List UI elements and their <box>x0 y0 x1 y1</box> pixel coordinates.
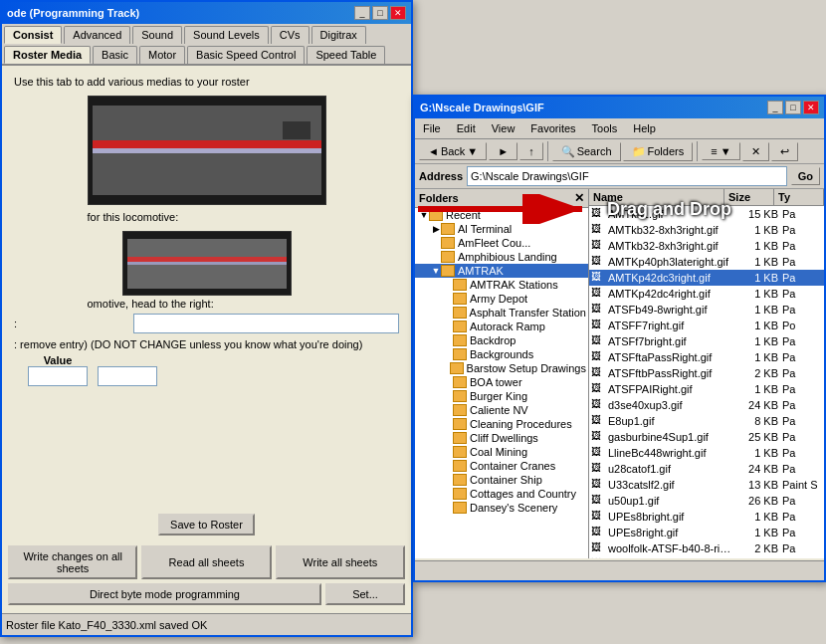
tab-speed-table[interactable]: Speed Table <box>307 46 385 64</box>
file-row[interactable]: 🖼U33catslf2.gif13 KBPaint S <box>589 477 824 493</box>
folder-icon <box>453 460 467 472</box>
folder-item[interactable]: Asphalt Transfer Station <box>415 306 588 320</box>
file-size: 1 KB <box>732 335 782 347</box>
file-row[interactable]: 🖼ATSFF7right.gif1 KBPo <box>589 318 824 333</box>
file-close-button[interactable]: ✕ <box>803 101 819 114</box>
folder-item[interactable]: Autorack Ramp <box>415 320 588 333</box>
toolbar-btn-undo[interactable]: ↩ <box>771 142 798 161</box>
prog-maximize-button[interactable]: □ <box>372 6 388 20</box>
file-row[interactable]: 🖼ATSFftaPassRight.gif1 KBPa <box>589 349 824 365</box>
folder-item[interactable]: ▶ Al Terminal <box>415 222 588 236</box>
menu-favorites[interactable]: Favorites <box>522 120 583 136</box>
menu-view[interactable]: View <box>484 120 523 136</box>
tab-sound-levels[interactable]: Sound Levels <box>184 26 269 44</box>
file-icon: 🖼 <box>591 319 605 332</box>
tab-basic[interactable]: Basic <box>93 46 137 64</box>
file-row[interactable]: 🖼AMTKp42dc4right.gif1 KBPa <box>589 286 824 302</box>
menu-help[interactable]: Help <box>625 120 664 136</box>
file-row[interactable]: 🖼ATSFb49-8wright.gif1 KBPa <box>589 302 824 318</box>
tab-cvs[interactable]: CVs <box>271 26 310 44</box>
file-row[interactable]: 🖼woolfolk-ATSF-b40-8wright-1...2 KBPa <box>589 556 824 558</box>
search-button[interactable]: 🔍 Search <box>552 142 621 161</box>
set-button[interactable]: Set... <box>325 583 405 605</box>
folder-item[interactable]: Container Cranes <box>415 459 588 473</box>
folder-item[interactable]: Caliente NV <box>415 403 588 417</box>
tab-consist[interactable]: Consist <box>4 26 62 44</box>
tab-roster-media[interactable]: Roster Media <box>4 46 91 64</box>
folder-item[interactable]: Cottages and Country <box>415 487 588 501</box>
folder-item[interactable]: Container Ship <box>415 473 588 487</box>
file-row[interactable]: 🖼UPEs8right.gif1 KBPa <box>589 525 824 540</box>
folder-item[interactable]: AMTRAK Stations <box>415 278 588 292</box>
write-changes-button[interactable]: Write changes on all sheets <box>8 545 137 579</box>
file-row[interactable]: 🖼UPEs8bright.gif1 KBPa <box>589 509 824 525</box>
file-minimize-button[interactable]: _ <box>767 101 783 114</box>
folder-label: Cliff Dwellings <box>470 432 538 444</box>
prog-minimize-button[interactable]: _ <box>354 6 370 20</box>
file-icon: 🖼 <box>591 462 605 476</box>
file-row[interactable]: 🖼ATSFPAIRight.gif1 KBPa <box>589 381 824 397</box>
tab-basic-speed-control[interactable]: Basic Speed Control <box>187 46 305 64</box>
file-type: Po <box>782 320 822 331</box>
col-type[interactable]: Ty <box>774 189 824 205</box>
folder-item[interactable]: ▼ Recent <box>415 208 588 222</box>
toolbar-btn-x[interactable]: ✕ <box>742 142 769 161</box>
file-row[interactable]: 🖼d3se40xup3.gif24 KBPa <box>589 397 824 413</box>
folder-item[interactable]: Amphibious Landing <box>415 250 588 264</box>
folder-item[interactable]: Backgrounds <box>415 347 588 361</box>
folders-button[interactable]: 📁 Folders <box>623 142 694 161</box>
file-row[interactable]: 🖼ATSFf7bright.gif1 KBPa <box>589 333 824 349</box>
menu-tools[interactable]: Tools <box>584 120 626 136</box>
col-size[interactable]: Size <box>724 189 774 205</box>
file-row[interactable]: 🖼AMTKp42dc3right.gif1 KBPa <box>589 270 824 286</box>
menu-edit[interactable]: Edit <box>449 120 484 136</box>
tab-motor[interactable]: Motor <box>139 46 185 64</box>
folder-item[interactable]: Cliff Dwellings <box>415 431 588 445</box>
direct-mode-button[interactable]: Direct byte mode programming <box>8 583 321 605</box>
tab-sound[interactable]: Sound <box>132 26 182 44</box>
folder-item[interactable]: Dansey's Scenery <box>415 501 588 515</box>
views-button[interactable]: ≡ ▼ <box>702 142 739 160</box>
col-name[interactable]: Name <box>589 189 724 205</box>
folder-item[interactable]: AmFleet Cou... <box>415 236 588 250</box>
folder-close-button[interactable]: ✕ <box>574 191 584 205</box>
tab-digitrax[interactable]: Digitrax <box>311 26 366 44</box>
folder-item[interactable]: Burger King <box>415 389 588 403</box>
file-row[interactable]: 🖼AMTkb32-8xh3right.gif1 KBPa <box>589 238 824 254</box>
file-row[interactable]: 🖼ATSFftbPassRight.gif2 KBPa <box>589 365 824 381</box>
write-all-button[interactable]: Write all sheets <box>276 545 405 579</box>
back-button[interactable]: ◄ Back ▼ <box>419 142 487 160</box>
go-button[interactable]: Go <box>791 167 820 185</box>
tab-advanced[interactable]: Advanced <box>64 26 130 44</box>
file-row[interactable]: 🖼AMTkb32-8xh3right.gif1 KBPa <box>589 222 824 238</box>
file-row[interactable]: 🖼u50up1.gif26 KBPa <box>589 493 824 509</box>
loco-name-input[interactable] <box>133 314 399 333</box>
file-row[interactable]: 🖼woolfolk-ATSF-b40-8-right.gif2 KBPa <box>589 540 824 556</box>
value-input2[interactable] <box>98 366 157 386</box>
file-row[interactable]: 🖼u28catof1.gif24 KBPa <box>589 461 824 477</box>
file-row[interactable]: 🖼LlineBc448wright.gif1 KBPa <box>589 445 824 461</box>
file-size: 2 KB <box>732 542 782 554</box>
prog-close-button[interactable]: ✕ <box>390 6 406 20</box>
file-row[interactable]: 🖼gasburbine4Sup1.gif25 KBPa <box>589 429 824 445</box>
value-input[interactable] <box>28 366 88 386</box>
read-all-button[interactable]: Read all sheets <box>141 545 271 579</box>
file-row[interactable]: 🖼AMTkb1.gif15 KBPa <box>589 206 824 222</box>
folder-item[interactable]: Cleaning Procedures <box>415 417 588 431</box>
folders-label: Folders <box>648 145 685 157</box>
folder-icon <box>453 307 467 319</box>
folder-item[interactable]: Barstow Setup Drawings <box>415 361 588 375</box>
file-row[interactable]: 🖼AMTKp40ph3lateright.gif1 KBPa <box>589 254 824 270</box>
save-roster-button[interactable]: Save to Roster <box>158 514 255 536</box>
address-input[interactable] <box>467 166 787 186</box>
folder-item[interactable]: Army Depot <box>415 292 588 306</box>
forward-button[interactable]: ► <box>489 142 517 160</box>
file-row[interactable]: 🖼E8up1.gif8 KBPa <box>589 413 824 429</box>
folder-item-amtrak[interactable]: ▼ AMTRAK <box>415 264 588 278</box>
menu-file[interactable]: File <box>415 120 449 136</box>
folder-item[interactable]: Coal Mining <box>415 445 588 459</box>
file-maximize-button[interactable]: □ <box>785 101 801 114</box>
folder-item[interactable]: BOA tower <box>415 375 588 389</box>
folder-item[interactable]: Backdrop <box>415 333 588 347</box>
up-button[interactable]: ↑ <box>519 142 543 160</box>
